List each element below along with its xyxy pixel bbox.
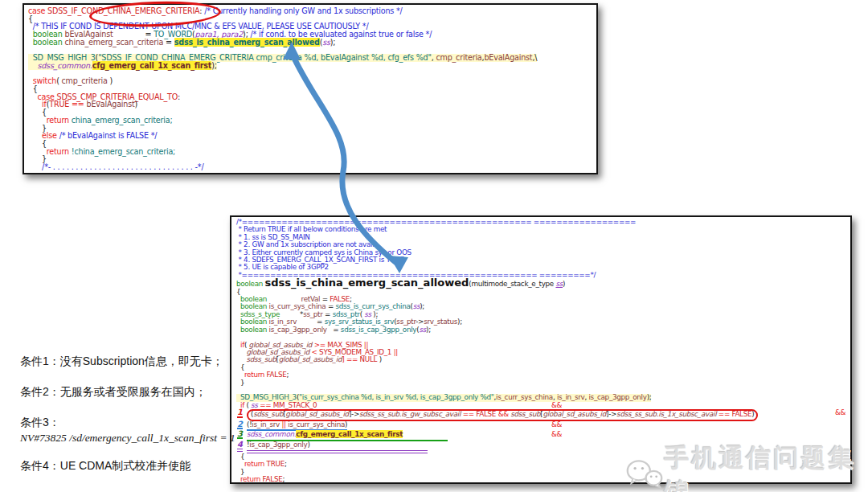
code-line: SD_MSG_HIGH_3("is_curr_sys_china %d, is_… xyxy=(236,394,850,401)
watermark: 手机通信问题集锦 xyxy=(625,441,868,492)
code-line: return FALSE; xyxy=(236,371,850,379)
condition-note-3-detail: NV#73825 /sd/emergency_call_1x_scan_firs… xyxy=(20,431,237,445)
code-line: return china_emerg_scan_criteria; xyxy=(28,117,596,125)
condition-note-4: 条件4：UE CDMA制式校准并使能 xyxy=(20,459,237,473)
code-line: switch( cmp_criteria ) xyxy=(28,77,596,85)
condition-note-2: 条件2：无服务或者受限服务在国内； xyxy=(20,385,237,399)
code-line xyxy=(28,70,596,78)
code-line: else /* bEvalAgainst is FALSE */ xyxy=(28,132,596,140)
code-line: } xyxy=(236,379,850,387)
code-line: if ( ss == MM_STACK_0&& xyxy=(236,402,850,409)
code-line: return !china_emerg_scan_criteria; xyxy=(28,148,596,156)
code-line: boolean sdss_is_china_emerg_scan_allowed… xyxy=(236,279,850,288)
condition-note-1: 条件1：没有Subscription信息，即无卡； xyxy=(20,355,237,368)
wechat-icon xyxy=(625,457,664,492)
code-line: if(TRUE == bEvalAgainst) xyxy=(28,100,596,109)
condition-number-annotation: 2 xyxy=(237,420,243,429)
code-line: { xyxy=(236,364,850,371)
code-line: boolean china_emerg_scan_criteria = sdss… xyxy=(28,39,596,47)
condition-number-annotation: 4 xyxy=(237,441,243,451)
code-content-caller: case SDSS_IF_COND_CHINA_EMERG_CRITERIA: … xyxy=(24,5,596,171)
code-line: * Return TRUE if all below conditions ar… xyxy=(236,226,850,233)
code-window-caller: case SDSS_IF_COND_CHINA_EMERG_CRITERIA: … xyxy=(23,3,598,174)
code-line: boolean is_cap_3gpp_only = sdss_is_cap_3… xyxy=(236,326,850,334)
condition-number-annotation: 3 xyxy=(237,430,243,439)
code-line: sdss_sub[global_sd_asubs_id] == NULL ) xyxy=(236,356,850,363)
code-line: 1(sdss_sub[global_sd_asubs_id]->sdss_ss_… xyxy=(236,409,850,420)
code-line: sdss_common.cfg_emerg_call_1x_scan_first… xyxy=(28,62,596,70)
condition-notes: 条件1：没有Subscription信息，即无卡； 条件2：无服务或者受限服务在… xyxy=(20,355,237,490)
code-line: 3sdss_common.cfg_emerg_call_1x_scan_firs… xyxy=(236,431,850,441)
condition-number-annotation: 1 xyxy=(237,408,243,417)
condition-note-3: 条件3： xyxy=(20,416,237,429)
code-line: /*- . . . . . . . . . . . . . . . . . . … xyxy=(28,163,596,171)
watermark-text: 手机通信问题集锦 xyxy=(664,441,868,492)
